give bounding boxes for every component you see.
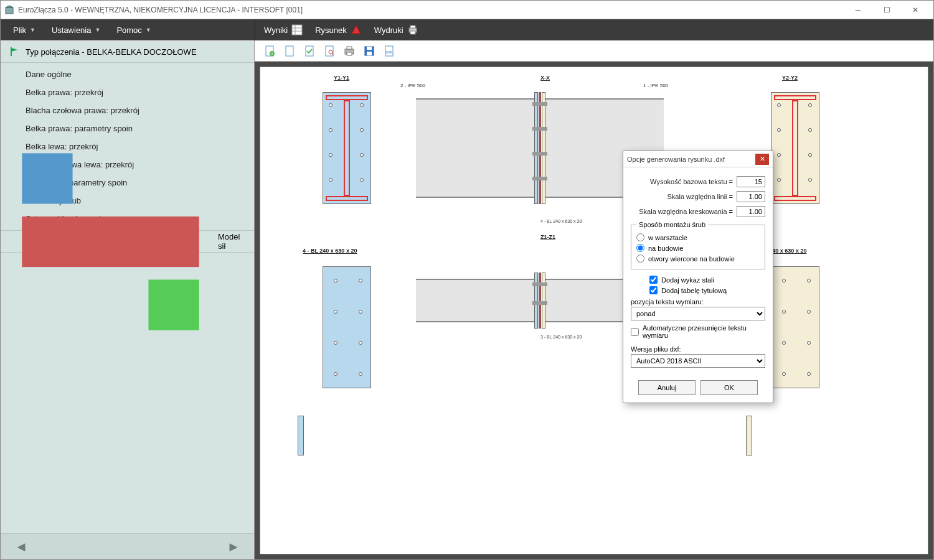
svg-rect-18 [286,46,293,56]
app-window: EuroZłącza 5.0 - WEWNĘTRZNA, NIEKOMERCYJ… [0,0,934,560]
text-height-input[interactable] [737,176,765,187]
sidebar-nav: ◄ ► [1,533,254,559]
sidebar-item-plate-right-section[interactable]: Blacha czołowa prawa: przekrój [1,101,254,119]
svg-marker-1 [6,6,13,7]
hatch-scale-label: Skala względna kreskowania = [631,208,733,215]
svg-rect-19 [306,46,313,56]
window-title: EuroZłącza 5.0 - WEWNĘTRZNA, NIEKOMERCYJ… [18,6,844,14]
dxf-ver-select[interactable]: AutoCAD 2018 ASCII [631,354,765,368]
dialog-close-button[interactable]: ✕ [755,154,769,165]
sidebar-item-general[interactable]: Dane ogólne [1,65,254,83]
view-label-y2: Y2-Y2 [782,75,798,81]
plate-blue-detail [323,266,371,388]
bolt-mount-group: Sposób montażu śrub w warsztacie na budo… [631,221,765,269]
dialog-titlebar[interactable]: Opcje generowania rysunku .dxf ✕ [623,151,773,167]
new-page-icon[interactable]: + [263,45,276,57]
maximize-button[interactable]: ☐ [872,1,901,19]
text-height-label: Wysokość bazowa tekstu = [631,178,733,185]
menu-settings[interactable]: Ustawienia▼ [45,22,107,39]
svg-rect-13 [22,153,72,203]
plate-cream-detail [771,266,819,388]
bolt-opt-workshop[interactable] [636,233,644,241]
menu-help[interactable]: Pomoc▼ [110,22,157,39]
drawing-icon [351,24,362,35]
app-icon [4,5,14,15]
line-scale-label: Skala względna linii = [631,193,733,200]
titlebar: EuroZłącza 5.0 - WEWNĘTRZNA, NIEKOMERCYJ… [1,1,933,19]
menubar: Plik▼ Ustawienia▼ Pomoc▼ Wyniki Rysunek … [1,19,933,40]
svg-rect-0 [6,7,13,14]
sidebar-item-beam-right-section[interactable]: Belka prawa: przekrój [1,83,254,101]
svg-text:+: + [271,52,273,56]
svg-marker-6 [352,26,361,34]
chk-title-table[interactable] [649,286,658,294]
svg-marker-11 [11,48,17,52]
menu-file[interactable]: Plik▼ [7,22,42,39]
dxf-options-dialog: Opcje generowania rysunku .dxf ✕ Wysokoś… [623,151,773,403]
drawing-toolbar: + DXF [255,40,933,62]
save-icon[interactable] [363,45,375,57]
beam-left-xx [416,98,534,198]
close-button[interactable]: ✕ [901,1,930,19]
dxf-ver-label: Wersja pliku dxf: [631,340,765,354]
svg-rect-9 [410,31,415,34]
dialog-title: Opcje generowania rysunku .dxf [627,156,755,163]
chk-steel-list[interactable] [649,276,658,284]
drawing-canvas[interactable]: Y1-Y1 X-X Y2-Y2 Z1-Z1 4 - BL 240 x 630 x… [260,67,928,554]
dxf-icon[interactable]: DXF [383,45,395,57]
svg-rect-25 [347,52,352,55]
svg-text:DXF: DXF [386,50,392,54]
beam-label-b: 1 - IPE 500 [643,83,668,88]
plate-left-label: 4 - BL 240 x 630 x 20 [303,248,357,254]
svg-rect-2 [292,25,302,35]
dim-pos-select[interactable]: ponad [631,307,765,320]
page-icon[interactable] [283,45,296,57]
table-icon [291,24,303,35]
print-icon[interactable] [343,45,356,57]
tab-results[interactable]: Wyniki [260,22,306,38]
page-check-icon[interactable] [303,45,316,57]
sidebar: Typ połączenia - BELKA-BELKA DOCZOŁOWE D… [1,40,255,559]
sidebar-item-beam-right-welds[interactable]: Belka prawa: parametry spoin [1,119,254,138]
line-scale-input[interactable] [737,191,765,202]
view-label-z1: Z1-Z1 [540,234,555,240]
bolt-opt-site[interactable] [636,244,644,252]
svg-rect-28 [367,52,372,55]
beam-label-a: 2 - IPE 500 [400,83,425,88]
tab-drawing[interactable]: Rysunek [311,22,366,38]
plate-small-a: 4 - BL 240 x 630 x 20 [540,219,582,223]
ok-button[interactable]: OK [700,380,758,395]
dim-pos-label: pozycja tekstu wymiaru: [631,296,765,307]
hatch-scale-input[interactable] [737,206,765,217]
tab-prints[interactable]: Wydruki [370,22,422,38]
svg-rect-27 [367,47,372,50]
nav-next[interactable]: ► [227,539,240,555]
plate-small-b: 3 - BL 240 x 630 x 20 [540,335,582,339]
view-label-y1: Y1-Y1 [334,75,349,81]
view-label-xx: X-X [540,75,550,81]
printer-icon [407,24,418,35]
sidebar-header[interactable]: Typ połączenia - BELKA-BELKA DOCZOŁOWE [1,40,254,63]
cancel-button[interactable]: Anuluj [638,380,696,395]
nav-prev[interactable]: ◄ [14,539,28,555]
minimize-button[interactable]: ─ [844,1,872,19]
sidebar-section-forces[interactable]: Model sił [1,230,254,253]
chk-auto-shift[interactable] [631,328,639,336]
flag-icon [9,47,19,57]
svg-rect-8 [410,26,415,28]
main-area: + DXF Y1-Y1 X-X Y2-Y2 Z1-Z1 4 - BL 240 x… [255,40,933,559]
page-search-icon[interactable] [323,45,336,57]
svg-rect-24 [347,47,352,49]
bolt-opt-drilled[interactable] [636,254,644,263]
beam-left-z1 [416,279,534,322]
